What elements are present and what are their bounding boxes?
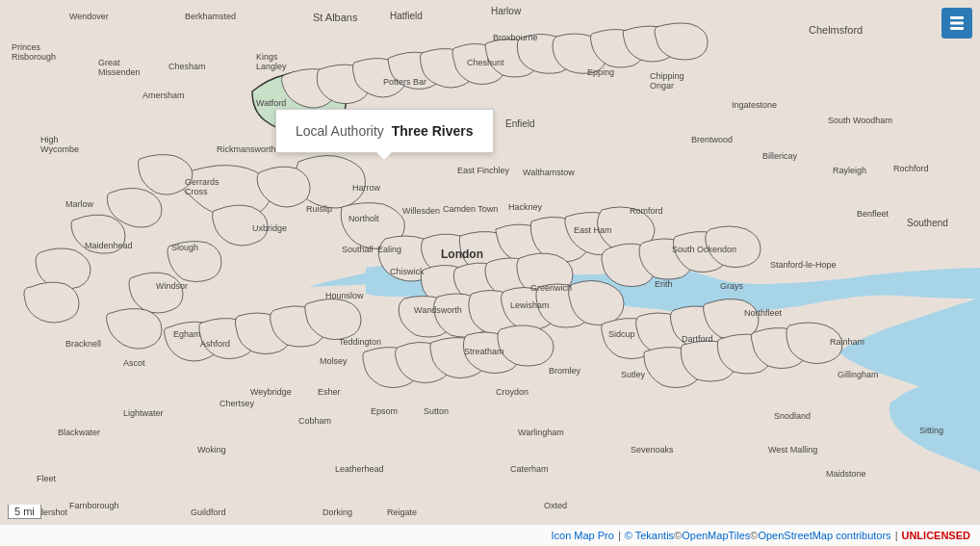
map-scale: 5 mi — [8, 505, 41, 519]
svg-text:Dorking: Dorking — [322, 507, 352, 517]
svg-text:Hounslow: Hounslow — [325, 291, 364, 300]
attribution-tekantis[interactable]: © Tekantis — [625, 530, 674, 541]
attribution-openmaptiles[interactable]: OpenMapTiles — [682, 530, 750, 541]
svg-text:Willesden: Willesden — [402, 206, 440, 216]
tooltip-value: Three Rivers — [392, 123, 474, 139]
svg-text:Walthamstow: Walthamstow — [523, 168, 575, 177]
svg-text:Reigate: Reigate — [387, 507, 417, 517]
svg-text:East Ham: East Ham — [574, 225, 612, 235]
svg-text:Teddington: Teddington — [339, 337, 381, 347]
svg-text:Ealing: Ealing — [377, 245, 401, 254]
svg-text:St Albans: St Albans — [313, 12, 358, 23]
svg-text:Southall: Southall — [342, 245, 374, 254]
svg-text:Croydon: Croydon — [496, 387, 529, 397]
tooltip-label: Local Authority — [296, 123, 384, 139]
attribution-bar: Icon Map Pro | © Tekantis © OpenMapTiles… — [0, 525, 980, 546]
svg-text:Slough: Slough — [171, 243, 198, 252]
svg-text:Chelmsford: Chelmsford — [809, 24, 863, 36]
svg-text:Watford: Watford — [256, 98, 286, 108]
svg-text:Blackwater: Blackwater — [58, 428, 100, 437]
svg-text:Northolt: Northolt — [348, 214, 379, 223]
svg-text:Leatherhead: Leatherhead — [335, 464, 384, 474]
svg-text:Ingatestone: Ingatestone — [732, 100, 777, 110]
svg-text:Harlow: Harlow — [491, 6, 522, 16]
svg-text:Ongar: Ongar — [650, 81, 674, 91]
svg-text:Sutton: Sutton — [424, 406, 449, 416]
svg-text:Maidenhead: Maidenhead — [85, 241, 133, 250]
attribution-unlicensed: UNLICENSED — [901, 530, 970, 541]
svg-text:Caterham: Caterham — [510, 464, 549, 474]
svg-text:Princes: Princes — [12, 42, 41, 52]
svg-text:London: London — [441, 247, 483, 261]
map-container: St Albans Hatfield Harlow Broxbourne Che… — [0, 0, 980, 546]
layers-button[interactable] — [941, 8, 972, 39]
svg-text:Streatham: Streatham — [464, 347, 504, 356]
svg-text:Grays: Grays — [720, 281, 744, 291]
svg-rect-102 — [950, 16, 964, 19]
svg-text:Ascot: Ascot — [123, 358, 145, 368]
svg-text:Wandsworth: Wandsworth — [414, 305, 462, 315]
svg-text:South Woodham: South Woodham — [828, 116, 892, 125]
svg-text:Rayleigh: Rayleigh — [833, 166, 866, 175]
scale-text: 5 mi — [14, 506, 35, 517]
svg-text:Bromley: Bromley — [549, 366, 581, 376]
attribution-icon-map-pro[interactable]: Icon Map Pro — [551, 530, 613, 541]
svg-text:South Ockendon: South Ockendon — [672, 245, 736, 254]
svg-text:Wycombe: Wycombe — [40, 144, 79, 154]
svg-text:Maidstone: Maidstone — [826, 469, 866, 479]
attribution-openstreetmap[interactable]: OpenStreetMap contributors — [758, 530, 890, 541]
svg-text:Cobham: Cobham — [298, 416, 331, 426]
svg-text:Woking: Woking — [197, 445, 226, 455]
svg-text:Epsom: Epsom — [371, 406, 398, 416]
svg-text:Uxbridge: Uxbridge — [252, 223, 287, 233]
svg-text:Broxbourne: Broxbourne — [493, 33, 538, 42]
svg-text:Ruislip: Ruislip — [306, 204, 332, 214]
svg-text:East Finchley: East Finchley — [457, 166, 510, 175]
svg-text:Wendover: Wendover — [69, 12, 109, 21]
svg-text:Hatfield: Hatfield — [390, 11, 423, 21]
svg-text:Langley: Langley — [256, 62, 287, 71]
svg-text:Cheshunt: Cheshunt — [467, 58, 504, 67]
svg-text:Rickmansworth: Rickmansworth — [217, 144, 276, 154]
svg-text:Brentwood: Brentwood — [691, 135, 733, 144]
svg-text:Warlingham: Warlingham — [518, 428, 564, 437]
svg-text:Greenwich: Greenwich — [530, 283, 572, 293]
attribution-sep3: © — [750, 530, 758, 541]
svg-text:Chiswick: Chiswick — [390, 267, 425, 276]
svg-text:Fleet: Fleet — [37, 474, 57, 483]
svg-text:Snodland: Snodland — [774, 411, 811, 421]
svg-text:Windsor: Windsor — [156, 281, 188, 291]
svg-text:Lewisham: Lewisham — [510, 300, 550, 310]
svg-text:Chesham: Chesham — [168, 62, 206, 71]
svg-rect-104 — [950, 27, 964, 30]
svg-text:Guildford: Guildford — [191, 507, 226, 517]
svg-text:Great: Great — [98, 58, 120, 67]
svg-text:Romford: Romford — [630, 206, 663, 216]
svg-text:Esher: Esher — [318, 387, 341, 397]
svg-text:Sutley: Sutley — [621, 370, 646, 379]
map-svg: St Albans Hatfield Harlow Broxbourne Che… — [0, 0, 980, 546]
svg-text:Harrow: Harrow — [352, 183, 381, 193]
svg-text:Egham: Egham — [173, 329, 201, 339]
svg-text:Weybridge: Weybridge — [250, 387, 292, 397]
svg-text:Enfield: Enfield — [505, 118, 535, 129]
svg-text:Sidcup: Sidcup — [608, 329, 635, 339]
map-tooltip: Local Authority Three Rivers — [275, 109, 494, 153]
svg-text:Gerrards: Gerrards — [185, 177, 219, 187]
svg-text:Kings: Kings — [256, 52, 278, 62]
svg-text:Chertsey: Chertsey — [219, 399, 255, 408]
svg-text:Lightwater: Lightwater — [123, 408, 164, 418]
svg-text:Sitting: Sitting — [919, 426, 943, 435]
svg-rect-103 — [950, 22, 964, 25]
svg-text:Rainham: Rainham — [830, 337, 864, 347]
svg-text:Dartford: Dartford — [682, 334, 713, 344]
svg-text:West Malling: West Malling — [768, 445, 817, 455]
svg-text:Billericay: Billericay — [762, 151, 798, 161]
svg-text:Hackney: Hackney — [508, 202, 543, 212]
svg-text:Berkhamsted: Berkhamsted — [185, 12, 236, 21]
svg-text:Ashford: Ashford — [200, 339, 230, 349]
svg-text:Molsey: Molsey — [320, 356, 348, 366]
svg-text:Benfleet: Benfleet — [857, 209, 890, 219]
svg-text:Rochford: Rochford — [893, 164, 929, 173]
svg-text:Epping: Epping — [587, 67, 614, 77]
